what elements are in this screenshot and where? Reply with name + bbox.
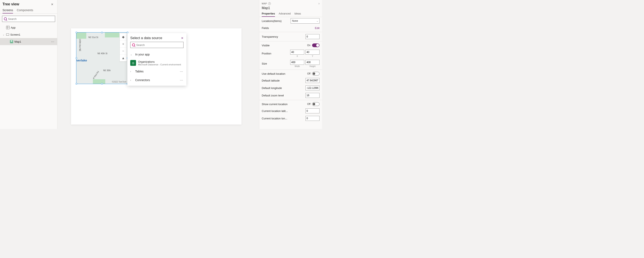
- map-city-label: verlake: [76, 59, 87, 62]
- default-longitude-input[interactable]: [306, 85, 320, 90]
- map-zoom-in-button[interactable]: +: [120, 40, 127, 47]
- more-icon[interactable]: ⋯: [51, 40, 55, 44]
- properties-body: Locations(Items) None ⌄ Fields Edit Tran…: [259, 17, 322, 129]
- default-latitude-input[interactable]: [306, 78, 320, 83]
- canvas[interactable]: 148th Ave NE NE 51st St NE 40th St NE 30…: [58, 0, 259, 129]
- prop-label-current-longitude: Current location lon...: [262, 117, 306, 120]
- section-label: Tables: [135, 70, 180, 73]
- tree-view-title: Tree view: [2, 2, 19, 7]
- tab-components[interactable]: Components: [17, 9, 33, 14]
- close-icon[interactable]: ✕: [50, 3, 54, 6]
- prop-label-fields: Fields: [262, 27, 315, 30]
- prop-label-position: Position: [262, 52, 290, 55]
- more-icon[interactable]: ⋯: [180, 78, 184, 82]
- toggle-state-text: Off: [307, 103, 310, 105]
- chevron-right-icon: ›: [130, 79, 133, 81]
- prop-label-default-longitude: Default longitude: [262, 86, 306, 90]
- tree-row-label: App: [11, 26, 16, 29]
- prop-label-current-latitude: Current location latit...: [262, 109, 306, 112]
- section-label: In your app: [135, 53, 184, 56]
- locations-dropdown[interactable]: None ⌄: [291, 18, 320, 24]
- resize-handle[interactable]: [76, 32, 77, 33]
- close-icon[interactable]: ✕: [181, 36, 184, 40]
- prop-label-visible: Visible: [262, 44, 307, 47]
- data-source-title: Select a data source: [130, 36, 162, 40]
- sublabel-height: Height: [310, 65, 316, 67]
- properties-tabs: Properties Advanced Ideas: [259, 10, 322, 17]
- position-x-input[interactable]: [290, 50, 304, 55]
- toggle-state-text: Off: [307, 72, 310, 75]
- prop-label-size: Size: [262, 62, 290, 65]
- map-street-label: NE 51st St: [88, 36, 98, 39]
- map-road-label: el Red Rd: [92, 71, 100, 79]
- tree-search-input[interactable]: [2, 16, 55, 22]
- tab-screens[interactable]: Screens: [2, 9, 13, 14]
- control-type-label: MAP: [262, 2, 267, 5]
- map-street-label: NE 40th St: [98, 52, 107, 55]
- resize-handle[interactable]: [101, 83, 103, 85]
- prop-label-default-latitude: Default latitude: [262, 79, 306, 82]
- map-icon: [10, 40, 13, 43]
- app-icon: [6, 26, 10, 29]
- size-width-input[interactable]: [290, 60, 304, 65]
- section-connectors[interactable]: › Connectors ⋯: [127, 76, 186, 84]
- map-zoom-out-button[interactable]: −: [120, 47, 127, 54]
- tree-row-map1[interactable]: Map1 ⋯: [0, 38, 57, 45]
- tree-view-panel: Tree view ✕ Screens Components App ⌄ Scr…: [0, 0, 58, 129]
- data-source-search-field[interactable]: [136, 43, 182, 47]
- transparency-input[interactable]: [306, 34, 320, 39]
- map-tilt-button[interactable]: ▲: [120, 54, 127, 61]
- current-latitude-input[interactable]: [306, 108, 320, 113]
- dropdown-value: None: [292, 20, 298, 22]
- section-tables[interactable]: › Tables ⋯: [127, 67, 186, 76]
- chevron-down-icon[interactable]: ⌄: [2, 34, 4, 36]
- prop-label-use-default-location: Use default location: [262, 72, 307, 75]
- data-source-item-organizations[interactable]: ◎ Organizations Microsoft Dataverse - Cu…: [127, 59, 186, 67]
- prop-label-show-current-location: Show current location: [262, 103, 307, 106]
- section-in-your-app[interactable]: ⌄ In your app: [127, 50, 186, 59]
- tab-advanced[interactable]: Advanced: [279, 12, 291, 17]
- chevron-right-icon: ›: [130, 70, 133, 73]
- resize-handle[interactable]: [76, 57, 77, 59]
- prop-label-locations: Locations(Items): [262, 20, 291, 23]
- tree-tabs: Screens Components: [0, 7, 57, 14]
- sublabel-y: Y: [312, 55, 313, 57]
- sublabel-width: Width: [294, 65, 300, 67]
- data-source-popover: Select a data source ✕ .ds-search .searc…: [127, 33, 186, 86]
- map-control[interactable]: 148th Ave NE NE 51st St NE 40th St NE 30…: [76, 33, 128, 84]
- size-height-input[interactable]: [306, 60, 320, 65]
- visible-toggle[interactable]: [312, 43, 320, 47]
- resize-handle[interactable]: [76, 83, 77, 85]
- default-zoom-input[interactable]: [306, 93, 320, 98]
- map-compass-button[interactable]: ◆: [120, 33, 127, 40]
- tree-search-field[interactable]: [8, 17, 53, 21]
- current-longitude-input[interactable]: [306, 116, 320, 121]
- position-y-input[interactable]: [306, 50, 320, 55]
- chevron-down-icon: ⌄: [130, 53, 133, 56]
- tree-row-app[interactable]: App: [0, 24, 57, 31]
- resize-handle[interactable]: [101, 32, 103, 33]
- data-source-search[interactable]: .ds-search .search-icon{border-color:#a3…: [130, 42, 184, 48]
- prop-label-default-zoom: Default zoom level: [262, 94, 306, 97]
- control-name: Map1: [262, 6, 320, 10]
- tree-list: App ⌄ Screen1 Map1 ⋯: [0, 24, 57, 129]
- tab-ideas[interactable]: Ideas: [294, 12, 301, 17]
- chevron-right-icon[interactable]: ›: [318, 2, 320, 5]
- map-copyright: ©2022 TomTom: [112, 81, 126, 83]
- data-source-item-sub: Microsoft Dataverse - Current environmen…: [138, 63, 181, 66]
- tree-row-label: Map1: [14, 40, 21, 43]
- help-icon[interactable]: ?: [268, 2, 271, 5]
- use-default-location-toggle[interactable]: [312, 72, 320, 75]
- prop-label-transparency: Transparency: [262, 35, 306, 38]
- more-icon[interactable]: ⋯: [180, 70, 184, 73]
- chevron-down-icon: ⌄: [316, 20, 318, 22]
- map-street-label: 148th Ave NE: [79, 39, 81, 51]
- show-current-location-toggle[interactable]: [312, 102, 320, 106]
- fields-edit-link[interactable]: Edit: [315, 27, 320, 30]
- tree-row-screen1[interactable]: ⌄ Screen1: [0, 31, 57, 38]
- map-street-label: NE 30th: [103, 69, 111, 72]
- screen-icon: [6, 34, 9, 36]
- dataverse-icon: ◎: [130, 60, 136, 66]
- tab-properties[interactable]: Properties: [262, 12, 275, 17]
- properties-panel: MAP ? › Map1 Properties Advanced Ideas L…: [259, 0, 322, 129]
